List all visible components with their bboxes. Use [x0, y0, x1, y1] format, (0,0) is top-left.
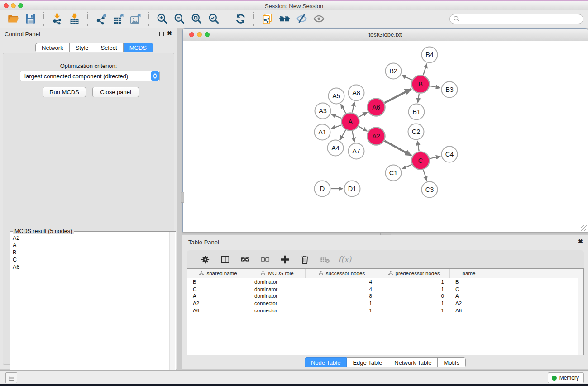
edge-B-B4[interactable]: [423, 64, 427, 75]
edge-A-A7[interactable]: [352, 131, 354, 142]
float-panel-icon[interactable]: [159, 32, 164, 36]
tab-motifs[interactable]: Motifs: [438, 357, 466, 367]
node-A3[interactable]: A3: [315, 103, 331, 119]
table-row[interactable]: A6connector11A6: [187, 307, 583, 314]
eye-button[interactable]: [311, 12, 326, 26]
refresh-button[interactable]: [233, 12, 248, 26]
table-cell[interactable]: C: [450, 286, 488, 292]
column-header-successor-nodes[interactable]: successor nodes: [306, 269, 378, 278]
table-cell[interactable]: 1: [378, 279, 450, 285]
table-cell[interactable]: connector: [249, 308, 306, 313]
table-cell[interactable]: 1: [378, 286, 450, 292]
table-cell[interactable]: 1: [306, 300, 378, 306]
node-A1[interactable]: A1: [315, 124, 330, 140]
node-A8[interactable]: A8: [349, 85, 364, 101]
mcds-result-list[interactable]: A2ABCA6: [10, 234, 169, 386]
edge-A-A3[interactable]: [331, 114, 341, 119]
edge-A2-C[interactable]: [384, 141, 411, 156]
table-cell[interactable]: 1: [306, 308, 378, 313]
settings-gear-button[interactable]: [198, 252, 212, 267]
network-window-titlebar[interactable]: testGlobe.txt: [183, 29, 588, 41]
export-network-button[interactable]: [94, 12, 108, 26]
edge-A6-B[interactable]: [385, 89, 411, 103]
node-B3[interactable]: B3: [442, 82, 458, 98]
vertical-splitter-handle[interactable]: [181, 192, 184, 203]
node-D[interactable]: D: [315, 181, 330, 197]
node-B2[interactable]: B2: [386, 63, 402, 79]
delete-column-button[interactable]: [297, 252, 312, 267]
tab-network-table[interactable]: Network Table: [388, 357, 438, 367]
mcds-result-item[interactable]: A2: [13, 234, 169, 242]
export-image-button[interactable]: [128, 12, 143, 26]
edge-C-C2[interactable]: [417, 141, 419, 151]
table-cell[interactable]: dominator: [249, 293, 306, 299]
edge-A-A2[interactable]: [359, 126, 367, 131]
node-A7[interactable]: A7: [349, 143, 364, 159]
search-input[interactable]: [449, 14, 583, 24]
edge-C-C1[interactable]: [402, 165, 412, 169]
table-row[interactable]: Cdominator41C: [187, 286, 583, 293]
resize-grip-icon[interactable]: [581, 225, 587, 231]
edge-C-C4[interactable]: [430, 156, 440, 158]
table-cell[interactable]: A: [187, 293, 249, 299]
network-canvas[interactable]: B4B2BB3A8A5A6A3B1AA1C2A2A4A7C4CC1C3DD1: [183, 41, 587, 231]
node-D1[interactable]: D1: [344, 181, 360, 197]
open-button[interactable]: [6, 12, 20, 26]
zoom-fit-button[interactable]: [189, 12, 204, 26]
close-panel-icon[interactable]: ✖: [167, 30, 172, 37]
export-table-button[interactable]: [111, 12, 125, 26]
table-float-panel-icon[interactable]: [570, 240, 574, 244]
node-B4[interactable]: B4: [422, 47, 438, 63]
table-cell[interactable]: B: [450, 279, 488, 285]
table-cell[interactable]: 0: [378, 293, 450, 299]
network-from-file-button[interactable]: [260, 12, 274, 26]
node-A6[interactable]: A6: [368, 99, 385, 116]
node-A2[interactable]: A2: [368, 128, 385, 145]
deselect-all-button[interactable]: [258, 252, 272, 267]
column-header-predecessor-nodes[interactable]: predecessor nodes: [378, 269, 450, 278]
close-panel-button[interactable]: Close panel: [92, 87, 139, 97]
table-row[interactable]: Adominator80A: [187, 293, 583, 300]
edge-A-A6[interactable]: [359, 112, 367, 117]
node-A4[interactable]: A4: [328, 140, 344, 156]
edge-B-B3[interactable]: [430, 86, 440, 88]
run-mcds-button[interactable]: Run MCDS: [43, 87, 86, 97]
node-C[interactable]: C: [412, 152, 430, 170]
table-cell[interactable]: 8: [306, 293, 378, 299]
node-B[interactable]: B: [412, 76, 430, 93]
node-B1[interactable]: B1: [409, 104, 425, 120]
edge-A-A8[interactable]: [352, 102, 354, 112]
tab-select[interactable]: Select: [95, 43, 124, 52]
node-A[interactable]: A: [342, 113, 359, 131]
home-button[interactable]: [277, 12, 292, 26]
edge-B-B1[interactable]: [418, 94, 419, 103]
table-cell[interactable]: connector: [249, 300, 306, 306]
table-close-panel-icon[interactable]: ✖: [578, 238, 583, 245]
criterion-dropdown[interactable]: largest connected component (directed): [20, 71, 160, 81]
edge-B-B2[interactable]: [402, 75, 412, 80]
zoom-out-button[interactable]: [172, 12, 186, 26]
table-scrollbar[interactable]: [578, 269, 583, 355]
table-cell[interactable]: 4: [306, 279, 378, 285]
node-C4[interactable]: C4: [442, 147, 458, 162]
save-button[interactable]: [23, 12, 38, 26]
task-history-button[interactable]: [5, 372, 17, 383]
table-cell[interactable]: A: [450, 293, 488, 299]
table-cell[interactable]: dominator: [249, 279, 306, 285]
table-cell[interactable]: C: [187, 286, 249, 292]
zoom-in-button[interactable]: [155, 12, 169, 26]
table-cell[interactable]: B: [187, 279, 249, 285]
node-A5[interactable]: A5: [329, 88, 344, 104]
select-all-button[interactable]: [238, 252, 252, 267]
table-cell[interactable]: 1: [378, 308, 450, 313]
network-graph[interactable]: B4B2BB3A8A5A6A3B1AA1C2A2A4A7C4CC1C3DD1: [183, 41, 587, 231]
mcds-result-item[interactable]: B: [13, 249, 169, 256]
mcds-result-item[interactable]: A: [13, 242, 169, 249]
tab-mcds[interactable]: MCDS: [124, 43, 153, 52]
table-cell[interactable]: dominator: [249, 286, 306, 292]
zoom-selected-button[interactable]: [206, 12, 221, 26]
column-split-button[interactable]: [218, 252, 232, 267]
edge-A-A5[interactable]: [341, 104, 346, 114]
hide-panel-button[interactable]: [294, 12, 309, 26]
table-row[interactable]: A2connector11A2: [187, 300, 583, 307]
